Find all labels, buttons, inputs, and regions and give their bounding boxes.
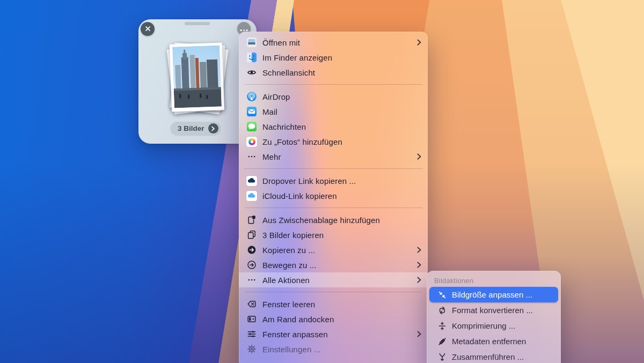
menu-item-label: Im Finder anzeigen [262, 53, 332, 62]
menu-item-label: Alle Aktionen [262, 276, 310, 285]
gear-icon [246, 344, 257, 354]
dock-edge-icon [246, 314, 257, 324]
compress-icon [437, 321, 448, 331]
menu-divider [244, 292, 422, 292]
menu-item-alle-aktionen[interactable]: Alle Aktionen [239, 272, 428, 287]
chevron-right-icon [417, 277, 421, 283]
delete-left-icon [246, 299, 257, 309]
menu-item-label: Dropover Link kopieren ... [262, 176, 356, 186]
convert-format-icon [437, 305, 448, 316]
menu-item-fenster-anpassen[interactable]: Fenster anpassen [239, 327, 428, 342]
menu-item-kopieren-zu[interactable]: Kopieren zu ... [239, 242, 428, 257]
menu-divider [244, 208, 422, 208]
menu-item-label: 3 Bilder kopieren [262, 231, 324, 240]
submenu-item-metadaten-entfernen[interactable]: Metadaten entfernen [429, 334, 558, 349]
bildaktionen-submenu: Bildaktionen Bildgröße anpassen ... Form… [427, 271, 561, 363]
menu-divider [244, 168, 422, 169]
item-count-badge[interactable]: 3 Bilder [171, 122, 221, 135]
photos-icon [246, 137, 257, 147]
menu-item-mail[interactable]: Mail [239, 104, 428, 119]
finder-icon [246, 53, 257, 63]
menu-item-label: Mail [262, 107, 277, 116]
submenu-header: Bildaktionen [427, 274, 561, 287]
eye-icon [246, 68, 257, 78]
submenu-item-komprimierung[interactable]: Komprimierung ... [429, 318, 558, 334]
badge-chevron-icon [208, 123, 218, 134]
menu-item-mehr[interactable]: Mehr [239, 149, 428, 164]
submenu-item-zusammenfuehren[interactable]: Zusammenführen ... [429, 349, 558, 363]
airdrop-icon [246, 92, 257, 102]
submenu-item-format-konvertieren[interactable]: Format konvertieren ... [429, 302, 558, 318]
context-menu: Öffnen mit Im Finder anzeigen Schnellans… [239, 32, 428, 363]
menu-item-label: Zu „Fotos“ hinzufügen [262, 137, 342, 146]
submenu-item-label: Format konvertieren ... [452, 306, 533, 315]
photo-stack[interactable] [171, 43, 223, 111]
photo-front [170, 42, 224, 112]
submenu-item-label: Komprimierung ... [452, 321, 515, 330]
drag-handle[interactable] [185, 22, 210, 25]
menu-item-label: Einstellungen ... [262, 345, 320, 354]
resize-image-icon [437, 290, 448, 300]
menu-item-schnellansicht[interactable]: Schnellansicht [239, 65, 428, 80]
clipboard-icon [246, 215, 257, 225]
chevron-right-icon [417, 39, 421, 46]
menu-item-label: Fenster leeren [262, 300, 315, 309]
menu-divider [244, 84, 422, 85]
ellipsis-icon [246, 275, 257, 285]
menu-item-label: Öffnen mit [262, 38, 300, 47]
menu-item-icloud-link-kopieren[interactable]: iCloud-Link kopieren [239, 188, 428, 203]
menu-item-bewegen-zu[interactable]: Bewegen zu ... [239, 257, 428, 272]
submenu-item-label: Metadaten entfernen [452, 337, 526, 346]
submenu-item-label: Bildgröße anpassen ... [452, 290, 532, 299]
menu-item-fenster-leeren[interactable]: Fenster leeren [239, 297, 428, 312]
copy-icon [246, 230, 257, 240]
chevron-right-icon [417, 262, 421, 268]
badge-label: 3 Bilder [178, 125, 204, 132]
menu-item-label: Nachrichten [262, 122, 306, 131]
messages-icon [246, 122, 257, 132]
menu-item-aus-zwischenablage-hinzufuegen[interactable]: Aus Zwischenablage hinzufügen [239, 212, 428, 227]
menu-item-label: Kopieren zu ... [262, 246, 315, 255]
chevron-right-icon [417, 331, 421, 337]
remove-metadata-icon [437, 336, 448, 347]
menu-item-bilder-kopieren[interactable]: 3 Bilder kopieren [239, 227, 428, 242]
arrow-circle-icon [246, 260, 257, 270]
close-icon [145, 25, 151, 33]
close-button[interactable] [141, 22, 155, 36]
ellipsis-icon [246, 152, 257, 162]
menu-item-label: Fenster anpassen [262, 330, 328, 339]
menu-item-label: Schnellansicht [262, 68, 315, 77]
menu-item-oeffnen-mit[interactable]: Öffnen mit [239, 35, 428, 50]
menu-item-am-rand-andocken[interactable]: Am Rand andocken [239, 312, 428, 327]
mail-icon [246, 107, 257, 117]
menu-item-zu-fotos-hinzufuegen[interactable]: Zu „Fotos“ hinzufügen [239, 134, 428, 149]
submenu-item-bildgroesse-anpassen[interactable]: Bildgröße anpassen ... [429, 287, 558, 302]
menu-item-label: iCloud-Link kopieren [262, 191, 337, 201]
menu-item-im-finder-anzeigen[interactable]: Im Finder anzeigen [239, 50, 428, 65]
chevron-right-icon [417, 153, 421, 160]
menu-item-nachrichten[interactable]: Nachrichten [239, 119, 428, 134]
menu-item-einstellungen[interactable]: Einstellungen ... [239, 342, 428, 357]
menu-item-label: Bewegen zu ... [262, 261, 317, 270]
arrow-circle-fill-icon [246, 245, 257, 255]
open-with-app-icon [246, 38, 257, 48]
menu-item-airdrop[interactable]: AirDrop [239, 89, 428, 104]
menu-item-label: Am Rand andocken [262, 315, 334, 324]
menu-item-label: Aus Zwischenablage hinzufügen [262, 216, 380, 225]
menu-item-label: AirDrop [262, 92, 290, 101]
menu-item-dropover-link-kopieren[interactable]: Dropover Link kopieren ... [239, 173, 428, 188]
submenu-item-label: Zusammenführen ... [452, 352, 524, 361]
merge-icon [437, 352, 448, 362]
menu-item-label: Mehr [262, 152, 281, 161]
cloud-light-icon [246, 191, 257, 201]
sliders-icon [246, 329, 257, 339]
chevron-right-icon [417, 247, 421, 253]
cloud-dark-icon [246, 176, 257, 186]
